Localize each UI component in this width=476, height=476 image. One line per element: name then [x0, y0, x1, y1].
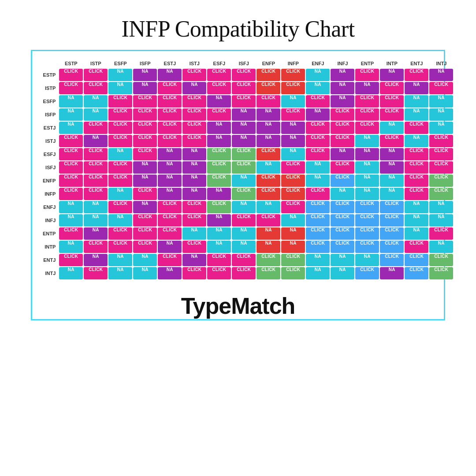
cell-istp-enfj[interactable]: NA — [306, 82, 330, 94]
cell-entj-isfj[interactable]: CLICK — [232, 254, 256, 266]
cell-esfp-estp[interactable]: NA — [59, 95, 83, 108]
cell-enfj-istj[interactable]: CLICK — [182, 201, 206, 213]
cell-entj-infj[interactable]: NA — [331, 254, 354, 266]
cell-infp-infp[interactable]: CLICK — [281, 188, 305, 200]
cell-estp-isfp[interactable]: NA — [133, 69, 157, 81]
cell-intj-istj[interactable]: CLICK — [182, 267, 206, 279]
cell-intp-entj[interactable]: CLICK — [405, 241, 428, 253]
cell-esfp-enfj[interactable]: CLICK — [306, 95, 330, 108]
cell-infj-enfp[interactable]: CLICK — [257, 214, 280, 227]
cell-esfj-estj[interactable]: NA — [158, 148, 182, 160]
cell-isfj-istj[interactable]: NA — [182, 161, 206, 174]
cell-entj-enfj[interactable]: NA — [306, 254, 330, 266]
cell-intp-isfp[interactable]: CLICK — [133, 241, 157, 253]
cell-entj-enfp[interactable]: CLICK — [257, 254, 280, 266]
cell-entp-isfj[interactable]: NA — [232, 227, 256, 240]
cell-intj-intp[interactable]: NA — [380, 267, 404, 279]
cell-enfp-istj[interactable]: NA — [182, 175, 206, 187]
cell-enfj-esfj[interactable]: CLICK — [207, 201, 231, 213]
cell-entp-intj[interactable]: CLICK — [429, 227, 453, 240]
cell-intp-enfp[interactable]: NA — [257, 241, 280, 253]
cell-estj-isfj[interactable]: NA — [232, 122, 256, 134]
cell-enfp-infj[interactable]: CLICK — [331, 175, 354, 187]
cell-entp-entp[interactable]: CLICK — [355, 227, 379, 240]
cell-istp-isfj[interactable]: CLICK — [232, 82, 256, 94]
cell-entj-estj[interactable]: CLICK — [158, 254, 182, 266]
cell-entj-entj[interactable]: CLICK — [405, 254, 428, 266]
cell-istj-esfp[interactable]: CLICK — [108, 135, 132, 147]
cell-infj-estp[interactable]: NA — [59, 214, 83, 227]
cell-esfj-infp[interactable]: NA — [281, 148, 305, 160]
cell-enfj-estp[interactable]: NA — [59, 201, 83, 213]
cell-esfp-infj[interactable]: NA — [331, 95, 354, 108]
cell-isfp-intp[interactable]: CLICK — [380, 108, 404, 121]
cell-istp-intj[interactable]: CLICK — [429, 82, 453, 94]
cell-infp-estp[interactable]: CLICK — [59, 188, 83, 200]
cell-isfp-esfp[interactable]: CLICK — [108, 108, 132, 121]
cell-estp-esfj[interactable]: CLICK — [207, 69, 231, 81]
cell-intj-enfp[interactable]: CLICK — [257, 267, 280, 279]
cell-entj-entp[interactable]: NA — [355, 254, 379, 266]
cell-intj-entj[interactable]: CLICK — [405, 267, 428, 279]
cell-entj-infp[interactable]: CLICK — [281, 254, 305, 266]
cell-estp-estj[interactable]: NA — [158, 69, 182, 81]
cell-infj-enfj[interactable]: CLICK — [306, 214, 330, 227]
cell-isfj-entp[interactable]: NA — [355, 161, 379, 174]
cell-infj-intp[interactable]: CLICK — [380, 214, 404, 227]
cell-estp-esfp[interactable]: NA — [108, 69, 132, 81]
cell-infj-infj[interactable]: CLICK — [331, 214, 354, 227]
cell-enfp-esfj[interactable]: CLICK — [207, 175, 231, 187]
cell-isfj-isfj[interactable]: CLICK — [232, 161, 256, 174]
cell-enfp-intp[interactable]: NA — [380, 175, 404, 187]
cell-entp-infp[interactable]: NA — [281, 227, 305, 240]
cell-istj-enfj[interactable]: CLICK — [306, 135, 330, 147]
cell-isfp-entj[interactable]: NA — [405, 108, 428, 121]
cell-istp-isfp[interactable]: NA — [133, 82, 157, 94]
cell-infp-entj[interactable]: CLICK — [405, 188, 428, 200]
cell-istp-enfp[interactable]: CLICK — [257, 82, 280, 94]
cell-enfj-esfp[interactable]: CLICK — [108, 201, 132, 213]
cell-istj-entj[interactable]: NA — [405, 135, 428, 147]
cell-intp-isfj[interactable]: NA — [232, 241, 256, 253]
cell-estj-esfp[interactable]: CLICK — [108, 122, 132, 134]
cell-entp-entj[interactable]: NA — [405, 227, 428, 240]
cell-istj-isfp[interactable]: CLICK — [133, 135, 157, 147]
cell-isfj-estj[interactable]: NA — [158, 161, 182, 174]
cell-enfp-estp[interactable]: CLICK — [59, 175, 83, 187]
cell-estp-intp[interactable]: NA — [380, 69, 404, 81]
cell-esfp-isfj[interactable]: CLICK — [232, 95, 256, 108]
cell-infp-intj[interactable]: CLICK — [429, 188, 453, 200]
cell-istp-istj[interactable]: NA — [182, 82, 206, 94]
cell-estp-istj[interactable]: CLICK — [182, 69, 206, 81]
cell-intj-enfj[interactable]: NA — [306, 267, 330, 279]
cell-intp-estp[interactable]: NA — [59, 241, 83, 253]
cell-enfp-enfp[interactable]: CLICK — [257, 175, 280, 187]
cell-estp-istp[interactable]: CLICK — [84, 69, 108, 81]
cell-isfj-intp[interactable]: NA — [380, 161, 404, 174]
cell-isfp-enfp[interactable]: NA — [257, 108, 280, 121]
cell-entp-istp[interactable]: NA — [84, 227, 108, 240]
cell-enfj-entj[interactable]: NA — [405, 201, 428, 213]
cell-enfp-isfp[interactable]: NA — [133, 175, 157, 187]
cell-intj-entp[interactable]: CLICK — [355, 267, 379, 279]
cell-infp-entp[interactable]: NA — [355, 188, 379, 200]
cell-entj-esfp[interactable]: NA — [108, 254, 132, 266]
cell-esfj-isfp[interactable]: CLICK — [133, 148, 157, 160]
cell-enfj-enfj[interactable]: CLICK — [306, 201, 330, 213]
cell-infj-entp[interactable]: CLICK — [355, 214, 379, 227]
cell-estj-estp[interactable]: NA — [59, 122, 83, 134]
cell-esfj-intp[interactable]: NA — [380, 148, 404, 160]
cell-istp-infj[interactable]: NA — [331, 82, 354, 94]
cell-esfj-entp[interactable]: NA — [355, 148, 379, 160]
cell-estp-enfp[interactable]: CLICK — [257, 69, 280, 81]
cell-isfp-intj[interactable]: NA — [429, 108, 453, 121]
cell-entj-istj[interactable]: NA — [182, 254, 206, 266]
cell-intp-istj[interactable]: CLICK — [182, 241, 206, 253]
cell-enfj-estj[interactable]: CLICK — [158, 201, 182, 213]
cell-enfj-isfj[interactable]: NA — [232, 201, 256, 213]
cell-estj-isfp[interactable]: CLICK — [133, 122, 157, 134]
cell-estj-intj[interactable]: NA — [429, 122, 453, 134]
cell-esfj-intj[interactable]: CLICK — [429, 148, 453, 160]
cell-enfj-enfp[interactable]: NA — [257, 201, 280, 213]
cell-esfp-esfj[interactable]: NA — [207, 95, 231, 108]
